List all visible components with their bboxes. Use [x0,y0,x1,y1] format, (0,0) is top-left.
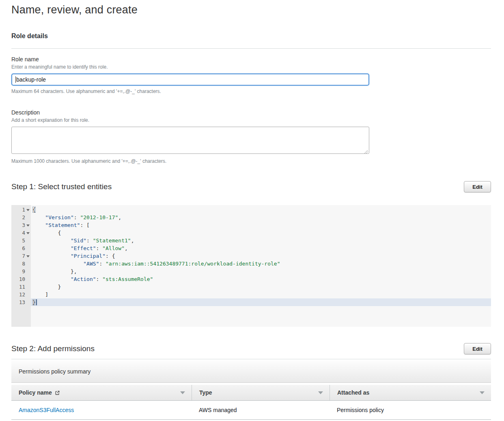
policy-link[interactable]: AmazonS3FullAccess [19,407,74,413]
role-name-help: Enter a meaningful name to identify this… [11,64,491,70]
editor-line[interactable]: 3 "Statement": [ [11,221,491,229]
attached-as-column-label: Attached as [337,389,369,396]
editor-line[interactable]: 7 "Principal": { [11,252,491,260]
policy-name-cell: AmazonS3FullAccess [11,407,192,413]
line-number: 9 [11,268,31,275]
page-title: Name, review, and create [11,0,491,16]
code-line[interactable]: }, [31,268,491,275]
code-token: { [32,207,36,213]
editor-line[interactable]: 4 { [11,229,491,237]
role-name-input[interactable] [11,73,369,86]
code-token: "Sid" [71,237,86,244]
line-number: 8 [11,260,31,268]
text-caret [15,76,16,83]
editor-line[interactable]: 8 "AWS": "arn:aws:iam::541263489771:role… [11,260,491,268]
code-token: "Effect" [71,245,96,251]
editor-line[interactable]: 6 "Effect": "Allow", [11,244,491,252]
resize-handle-icon[interactable] [364,150,368,154]
code-token: "Version" [45,214,73,220]
description-constraint: Maximum 1000 characters. Use alphanumeri… [11,158,491,164]
type-cell: AWS managed [192,407,330,413]
line-number: 7 [11,252,31,260]
line-number: 10 [11,275,31,283]
editor-line[interactable]: 5 "Sid": "Statement1", [11,237,491,244]
code-token [32,253,71,259]
step2-edit-button[interactable]: Edit [464,343,491,354]
code-line[interactable]: "Effect": "Allow", [31,244,491,252]
code-token: , [131,237,134,244]
description-help: Add a short explanation for this role. [11,117,491,123]
editor-line[interactable]: 13} [11,298,491,306]
code-token: { [32,230,61,236]
editor-line[interactable]: 2 "Version": "2012-10-17", [11,214,491,221]
code-token: "Allow" [102,245,125,251]
column-header-type[interactable]: Type [192,385,330,400]
code-token: , [118,214,121,220]
column-header-policy-name[interactable]: Policy name [11,385,192,400]
code-token: , [125,245,128,251]
description-textarea[interactable] [11,127,369,154]
line-number: 11 [11,283,31,291]
code-token [32,222,45,228]
code-token: "2012-10-17" [80,214,118,220]
code-line[interactable]: { [31,229,491,237]
code-line[interactable]: { [31,206,491,214]
line-number: 12 [11,291,31,298]
trust-policy-code-editor[interactable]: 1{2 "Version": "2012-10-17",3 "Statement… [11,205,491,327]
line-number: 2 [11,214,31,221]
filter-dropdown-icon[interactable] [180,391,185,394]
step1-heading: Step 1: Select trusted entities [11,182,112,191]
filter-dropdown-icon[interactable] [318,391,323,394]
fold-arrow-icon[interactable] [26,209,30,211]
code-token: : [86,237,93,244]
filter-dropdown-icon[interactable] [480,391,485,394]
fold-arrow-icon[interactable] [26,232,30,234]
editor-line[interactable]: 12 ] [11,291,491,298]
code-line[interactable]: ] [31,291,491,298]
code-token: : [96,276,103,282]
description-label: Description [11,109,491,116]
code-line[interactable]: "Action": "sts:AssumeRole" [31,275,491,283]
line-number: 13 [11,298,31,306]
code-token: ] [32,291,48,298]
line-number: 5 [11,237,31,244]
editor-line[interactable]: 1{ [11,206,491,214]
attached-as-cell: Permissions policy [330,407,491,413]
code-token: : { [106,253,115,259]
role-details-heading: Role details [11,32,491,40]
editor-line[interactable]: 10 "Action": "sts:AssumeRole" [11,275,491,283]
line-number: 6 [11,244,31,252]
code-token: } [32,284,61,290]
editor-line[interactable]: 9 }, [11,268,491,275]
editor-line[interactable]: 11 } [11,283,491,291]
code-token: } [32,299,36,305]
fold-arrow-icon[interactable] [26,255,30,257]
table-row: AmazonS3FullAccess AWS managed Permissio… [11,401,491,420]
step1-edit-button[interactable]: Edit [464,181,491,192]
line-number: 3 [11,221,31,229]
code-token [32,261,83,267]
code-token [32,245,71,251]
code-line[interactable]: } [31,298,491,306]
column-header-attached-as[interactable]: Attached as [330,385,491,400]
code-token: "Statement" [45,222,80,228]
role-details-divider [11,48,491,49]
fold-arrow-icon[interactable] [26,225,30,227]
code-line[interactable]: "AWS": "arn:aws:iam::541263489771:role/w… [31,260,491,268]
role-name-constraint: Maximum 64 characters. Use alphanumeric … [11,89,491,94]
code-line[interactable]: "Statement": [ [31,221,491,229]
code-line[interactable]: "Principal": { [31,252,491,260]
policy-name-column-label: Policy name [19,389,52,396]
type-column-label: Type [199,389,212,396]
code-line[interactable]: "Sid": "Statement1", [31,237,491,244]
external-link-icon [55,390,60,395]
permissions-table-header: Policy name Type Attached as [11,385,491,401]
line-number: 1 [11,206,31,214]
permissions-table: Policy name Type Attached as AmazonS3Ful [11,385,491,420]
role-name-label: Role name [11,56,491,63]
code-line[interactable]: "Version": "2012-10-17", [31,214,491,221]
code-token: "Principal" [71,253,106,259]
code-line[interactable]: } [31,283,491,291]
description-textarea-wrap [11,127,369,155]
code-token: "Action" [71,276,96,282]
